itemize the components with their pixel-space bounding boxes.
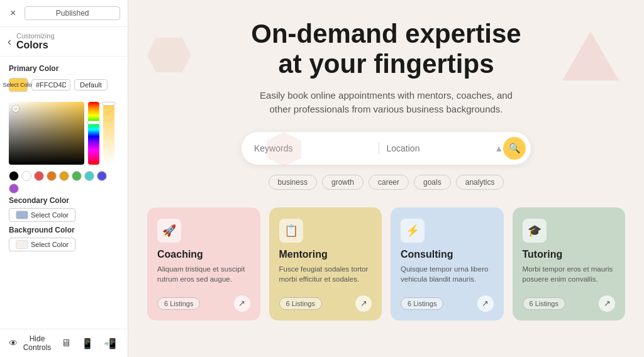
card-consulting: ⚡ Consulting Quisque tempor urna libero … bbox=[391, 207, 504, 321]
cards-row: 🚀 Coaching Aliquam tristique et suscipit… bbox=[147, 207, 625, 321]
color-picker bbox=[9, 102, 119, 165]
primary-color-row: Select Color Default bbox=[9, 78, 119, 92]
mobile-view-button[interactable]: 📲 bbox=[101, 336, 119, 351]
card-consulting-icon: ⚡ bbox=[401, 219, 425, 243]
card-consulting-desc: Quisque tempor urna libero vehicula blan… bbox=[401, 264, 494, 289]
card-mentoring-title: Mentoring bbox=[279, 249, 372, 260]
secondary-color-button[interactable]: Select Color bbox=[9, 208, 75, 222]
primary-color-section: Primary Color Select Color Default bbox=[0, 57, 128, 98]
tag-goals[interactable]: goals bbox=[414, 175, 451, 190]
location-wrapper: ▲ bbox=[387, 143, 504, 153]
color-hex-input[interactable] bbox=[31, 79, 70, 91]
card-coaching-footer: 6 Listings ↗ bbox=[157, 295, 250, 312]
preset-orange[interactable] bbox=[47, 171, 57, 181]
sidebar-top-bar: × Published bbox=[0, 0, 128, 27]
tag-business[interactable]: business bbox=[269, 175, 317, 190]
location-icon: ▲ bbox=[494, 143, 503, 153]
desktop-view-button[interactable]: 🖥 bbox=[58, 336, 74, 350]
card-consulting-listings: 6 Listings bbox=[401, 297, 443, 310]
hue-bar-wrapper bbox=[88, 102, 99, 165]
card-coaching-listings: 6 Listings bbox=[157, 297, 200, 310]
hide-controls-button[interactable]: 👁 Hide Controls bbox=[9, 334, 53, 352]
sidebar-nav: ‹ Customizing Colors bbox=[0, 27, 128, 57]
deco-shape-right bbox=[562, 31, 619, 80]
color-gradient-box[interactable] bbox=[9, 102, 84, 165]
card-coaching-icon: 🚀 bbox=[157, 219, 181, 243]
location-input[interactable] bbox=[387, 143, 491, 153]
card-tutoring-arrow[interactable]: ↗ bbox=[599, 295, 615, 312]
card-consulting-title: Consulting bbox=[401, 249, 494, 260]
tag-analytics[interactable]: analytics bbox=[456, 175, 504, 190]
card-tutoring-footer: 6 Listings ↗ bbox=[523, 295, 616, 312]
tag-career[interactable]: career bbox=[369, 175, 409, 190]
card-coaching-title: Coaching bbox=[157, 249, 250, 260]
back-button[interactable]: ‹ bbox=[8, 35, 11, 48]
preset-white[interactable] bbox=[21, 171, 31, 181]
card-tutoring-listings: 6 Listings bbox=[523, 297, 565, 310]
close-button[interactable]: × bbox=[8, 6, 18, 20]
card-tutoring-title: Tutoring bbox=[523, 249, 616, 260]
eye-icon: 👁 bbox=[9, 338, 18, 348]
search-button[interactable]: 🔍 bbox=[503, 137, 526, 160]
card-coaching-arrow[interactable]: ↗ bbox=[234, 295, 250, 312]
secondary-color-label: Secondary Color bbox=[9, 196, 119, 205]
preset-green[interactable] bbox=[72, 171, 82, 181]
section-title: Colors bbox=[16, 40, 55, 51]
sidebar-nav-info: Customizing Colors bbox=[16, 32, 55, 51]
color-presets bbox=[0, 168, 128, 196]
card-mentoring-desc: Fusce feugiat sodales tortor morbi effic… bbox=[279, 264, 372, 289]
primary-color-label: Primary Color bbox=[9, 64, 119, 73]
card-tutoring-desc: Morbi tempor eros et mauris posuere enim… bbox=[523, 264, 616, 289]
tags-row: business growth career goals analytics bbox=[269, 175, 504, 190]
published-button[interactable]: Published bbox=[25, 6, 120, 20]
sidebar-bottom-bar: 👁 Hide Controls 🖥 📱 📲 bbox=[0, 329, 128, 357]
hide-controls-label: Hide Controls bbox=[21, 334, 53, 352]
card-mentoring-listings: 6 Listings bbox=[279, 297, 322, 310]
secondary-swatch bbox=[16, 211, 28, 219]
preset-blue[interactable] bbox=[97, 171, 107, 181]
preset-purple[interactable] bbox=[9, 184, 19, 194]
search-divider bbox=[379, 142, 379, 155]
card-mentoring-icon: 📋 bbox=[279, 219, 303, 243]
card-consulting-arrow[interactable]: ↗ bbox=[477, 295, 494, 312]
preset-red[interactable] bbox=[34, 171, 44, 181]
preset-black[interactable] bbox=[9, 171, 19, 181]
tag-growth[interactable]: growth bbox=[322, 175, 364, 190]
bg-color-label: Background Color bbox=[9, 226, 119, 234]
preset-teal[interactable] bbox=[84, 171, 94, 181]
card-mentoring-footer: 6 Listings ↗ bbox=[279, 295, 372, 312]
card-mentoring-arrow[interactable]: ↗ bbox=[355, 295, 372, 312]
opacity-bar[interactable] bbox=[103, 102, 114, 165]
secondary-select-label: Select Color bbox=[31, 211, 69, 219]
card-tutoring-icon: 🎓 bbox=[523, 219, 547, 243]
bg-swatch bbox=[16, 240, 28, 249]
hero-title: On-demand expertise at your fingertips bbox=[251, 19, 521, 80]
card-coaching-desc: Aliquam tristique et suscipit rutrum ero… bbox=[157, 264, 250, 289]
hero-subtitle: Easily book online appointments with men… bbox=[254, 89, 518, 117]
card-consulting-footer: 6 Listings ↗ bbox=[401, 295, 494, 312]
preset-yellow[interactable] bbox=[59, 171, 69, 181]
sidebar: × Published ‹ Customizing Colors Primary… bbox=[0, 0, 128, 357]
bg-color-button[interactable]: Select Color bbox=[9, 238, 75, 251]
card-coaching: 🚀 Coaching Aliquam tristique et suscipit… bbox=[147, 207, 260, 321]
main-content: On-demand expertise at your fingertips E… bbox=[128, 0, 644, 357]
primary-color-swatch-button[interactable]: Select Color bbox=[9, 78, 28, 92]
bg-color-section: Background Color Select Color bbox=[0, 226, 128, 255]
opacity-bar-wrapper bbox=[103, 102, 114, 165]
default-button[interactable]: Default bbox=[74, 79, 108, 91]
customizing-label: Customizing bbox=[16, 32, 55, 40]
select-color-label: Select Color bbox=[3, 82, 33, 88]
card-tutoring: 🎓 Tutoring Morbi tempor eros et mauris p… bbox=[513, 207, 626, 321]
card-mentoring: 📋 Mentoring Fusce feugiat sodales tortor… bbox=[269, 207, 382, 321]
deco-shape-left bbox=[147, 38, 191, 72]
tablet-view-button[interactable]: 📱 bbox=[79, 336, 96, 351]
bg-select-label: Select Color bbox=[31, 241, 69, 248]
hue-bar[interactable] bbox=[88, 102, 99, 165]
secondary-color-section: Secondary Color Select Color bbox=[0, 196, 128, 226]
